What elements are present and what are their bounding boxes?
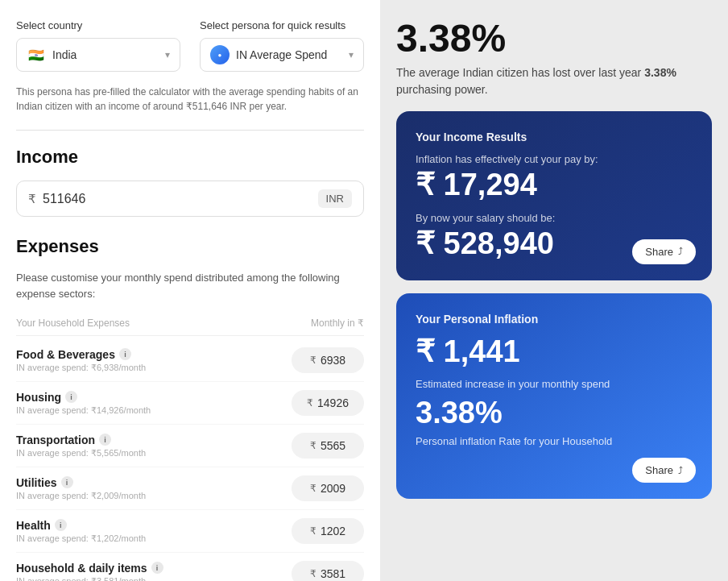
country-field-group: Select country 🇮🇳 India ▾ (16, 19, 180, 72)
income-card-label1: Inflation has effectively cut your pay b… (416, 153, 693, 165)
expense-info-icon-5[interactable]: i (151, 562, 163, 574)
expense-value-1: 14926 (317, 396, 349, 409)
expense-info-5: Household & daily items i IN average spe… (16, 562, 292, 582)
big-percent: 3.38% (396, 19, 712, 58)
expense-value-box-2: ₹ 5565 (292, 433, 364, 459)
expense-row-3: Utilities i IN average spend: ₹2,009/mon… (16, 467, 364, 510)
expense-info-icon-0[interactable]: i (119, 348, 131, 360)
expense-info-3: Utilities i IN average spend: ₹2,009/mon… (16, 476, 292, 501)
inflation-card: Your Personal Inflation ₹ 1,441 Estimate… (396, 293, 712, 500)
expense-value-4: 1202 (321, 525, 345, 537)
expense-avg-4: IN average spend: ₹1,202/month (16, 533, 292, 544)
country-select-text: India (52, 48, 159, 61)
right-panel: 3.38% The average Indian citizen has los… (380, 0, 728, 581)
inflation-share-label: Share (645, 464, 673, 476)
expense-row-2: Transportation i IN average spend: ₹5,56… (16, 425, 364, 467)
share-icon: ⤴ (678, 246, 683, 257)
expense-info-0: Food & Beverages i IN average spend: ₹6,… (16, 348, 292, 373)
expense-info-icon-3[interactable]: i (61, 476, 73, 488)
country-persona-row: Select country 🇮🇳 India ▾ Select persona… (16, 19, 364, 72)
expense-value-box-0: ₹ 6938 (292, 347, 364, 373)
expense-avg-3: IN average spend: ₹2,009/month (16, 491, 292, 501)
income-share-button[interactable]: Share ⤴ (632, 239, 696, 264)
persona-label: Select persona for quick results (200, 19, 364, 31)
inflation-big-value: ₹ 1,441 (416, 335, 693, 369)
income-input[interactable] (43, 192, 312, 206)
expense-row-5: Household & daily items i IN average spe… (16, 553, 364, 581)
expense-rupee-sign-5: ₹ (310, 568, 316, 579)
expense-info-icon-2[interactable]: i (99, 434, 111, 446)
expense-row-4: Health i IN average spend: ₹1,202/month … (16, 510, 364, 553)
left-panel: Select country 🇮🇳 India ▾ Select persona… (0, 0, 380, 581)
country-label: Select country (16, 19, 180, 31)
expense-value-0: 6938 (321, 354, 345, 367)
rupee-sign: ₹ (28, 192, 36, 206)
expense-value-box-1: ₹ 14926 (292, 390, 364, 416)
country-select[interactable]: 🇮🇳 India ▾ (16, 38, 180, 72)
persona-select-text: IN Average Spend (236, 48, 342, 61)
persona-chevron-icon: ▾ (349, 49, 354, 60)
inflation-share-button[interactable]: Share ⤴ (632, 458, 696, 483)
inflation-desc2: Personal inflation Rate for your Househo… (416, 435, 693, 447)
expense-info-icon-4[interactable]: i (55, 519, 67, 531)
income-share-label: Share (645, 246, 673, 258)
income-section-title: Income (16, 147, 364, 168)
income-card-label2: By now your salary should be: (416, 212, 693, 224)
expense-rupee-sign-1: ₹ (307, 397, 313, 409)
expense-rupee-sign-4: ₹ (310, 525, 316, 537)
expense-info-2: Transportation i IN average spend: ₹5,56… (16, 434, 292, 459)
expense-avg-1: IN average spend: ₹14,926/month (16, 405, 292, 416)
currency-badge: INR (318, 189, 352, 208)
country-chevron-icon: ▾ (165, 49, 170, 60)
table-col2-label: Monthly in ₹ (311, 317, 364, 329)
table-col1-label: Your Household Expenses (16, 317, 130, 329)
big-percent-desc: The average Indian citizen has lost over… (396, 64, 712, 98)
persona-field-group: Select persona for quick results IN Aver… (200, 19, 364, 72)
expense-value-5: 3581 (321, 567, 345, 580)
income-results-card: Your Income Results Inflation has effect… (396, 111, 712, 280)
expense-row-0: Food & Beverages i IN average spend: ₹6,… (16, 339, 364, 382)
expense-rows-container: Food & Beverages i IN average spend: ₹6,… (16, 339, 364, 581)
expense-value-2: 5565 (321, 439, 345, 452)
expenses-section-title: Expenses (16, 236, 364, 257)
expense-info-icon-1[interactable]: i (65, 391, 77, 403)
income-card-title: Your Income Results (416, 131, 693, 143)
expense-avg-0: IN average spend: ₹6,938/month (16, 363, 292, 373)
divider (16, 130, 364, 131)
persona-hint: This persona has pre-filled the calculat… (16, 85, 364, 114)
expense-name-0: Food & Beverages i (16, 348, 292, 361)
persona-icon (210, 45, 230, 64)
expense-avg-5: IN average spend: ₹3,581/month (16, 576, 292, 582)
expenses-subtitle: Please customise your monthly spend dist… (16, 270, 364, 301)
expense-avg-2: IN average spend: ₹5,565/month (16, 448, 292, 459)
expense-value-3: 2009 (321, 482, 345, 495)
expense-name-2: Transportation i (16, 434, 292, 446)
inflation-share-icon: ⤴ (678, 465, 683, 476)
expense-name-5: Household & daily items i (16, 562, 292, 575)
top-desc-pre: The average Indian citizen has lost over… (396, 66, 641, 79)
expense-rupee-sign-0: ₹ (310, 355, 316, 366)
expense-name-1: Housing i (16, 391, 292, 404)
expense-info-1: Housing i IN average spend: ₹14,926/mont… (16, 391, 292, 416)
expense-info-4: Health i IN average spend: ₹1,202/month (16, 519, 292, 544)
top-desc-post: purchasing power. (396, 83, 488, 96)
inflation-card-title: Your Personal Inflation (416, 313, 693, 326)
expense-rupee-sign-3: ₹ (310, 483, 316, 494)
expense-rupee-sign-2: ₹ (310, 440, 316, 451)
expenses-table-header: Your Household Expenses Monthly in ₹ (16, 314, 364, 336)
expense-value-box-4: ₹ 1202 (292, 518, 364, 544)
top-desc-highlight: 3.38% (644, 66, 676, 79)
income-input-wrap: ₹ INR (16, 181, 364, 217)
expense-value-box-3: ₹ 2009 (292, 475, 364, 501)
india-flag-icon: 🇮🇳 (27, 45, 46, 64)
top-percent-section: 3.38% The average Indian citizen has los… (396, 19, 712, 98)
expense-value-box-5: ₹ 3581 (292, 561, 364, 581)
expense-row-1: Housing i IN average spend: ₹14,926/mont… (16, 382, 364, 425)
persona-select[interactable]: IN Average Spend ▾ (200, 38, 364, 72)
inflation-desc1: Estimated increase in your monthly spend (416, 378, 693, 390)
inflation-big-value2: 3.38% (416, 396, 693, 430)
expense-name-3: Utilities i (16, 476, 292, 489)
expense-name-4: Health i (16, 519, 292, 532)
income-card-value1: ₹ 17,294 (416, 168, 693, 202)
